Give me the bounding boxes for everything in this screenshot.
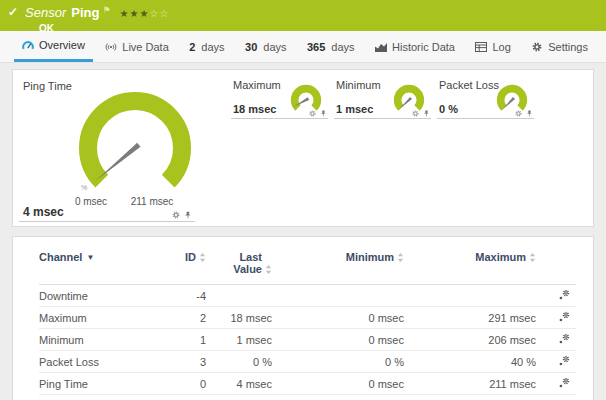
table-row-downtime: Downtime -4 <box>39 285 576 307</box>
percent-toggle-icon[interactable]: % <box>81 184 87 191</box>
tab-30-days[interactable]: 30 days <box>237 31 295 62</box>
sort-icon[interactable] <box>529 253 536 262</box>
gauge-settings-gear-icon[interactable] <box>172 211 180 219</box>
channel-last-value: 4 msec <box>206 373 272 395</box>
tab-label: Live Data <box>122 41 168 53</box>
channel-name[interactable]: Packet Loss <box>39 351 161 373</box>
header-label: Maximum <box>475 251 526 263</box>
tab-label: Historic Data <box>392 41 455 53</box>
stars-empty-icon[interactable]: ☆☆ <box>149 8 169 19</box>
channel-settings-icon[interactable] <box>559 311 570 322</box>
channel-name[interactable]: Ping Time <box>39 373 161 395</box>
tab-number: 30 <box>245 41 257 53</box>
ping-time-gauge <box>75 86 195 201</box>
tab-bar: Overview Live Data 2 days 30 days 365 da… <box>0 31 606 63</box>
log-list-icon <box>475 42 487 52</box>
header-label: Channel <box>39 251 82 263</box>
tab-label: Log <box>492 41 510 53</box>
channel-last-value: 0 % <box>206 351 272 373</box>
minimum-gauge-cell: Minimum 1 msec <box>334 78 431 119</box>
gauge-pin-icon[interactable] <box>423 110 430 117</box>
tab-label: days <box>263 41 286 53</box>
channel-id: 2 <box>161 307 206 329</box>
tab-label: days <box>201 41 224 53</box>
channel-settings-icon[interactable] <box>559 289 570 300</box>
sort-icon[interactable] <box>199 253 206 262</box>
tab-label: Overview <box>39 39 85 51</box>
header-label: ID <box>185 251 196 263</box>
tab-settings[interactable]: Settings <box>523 31 596 62</box>
chart-icon <box>375 42 387 52</box>
channel-maximum: 206 msec <box>404 329 536 351</box>
tab-365-days[interactable]: 365 days <box>299 31 363 62</box>
channel-settings-icon[interactable] <box>559 333 570 344</box>
maximum-gauge-cell: Maximum 18 msec <box>231 78 328 119</box>
channel-name[interactable]: Downtime <box>39 285 161 307</box>
stars-filled-icon[interactable]: ★★★ <box>120 8 150 19</box>
tab-number: 365 <box>307 41 325 53</box>
gauge-settings-gear-icon[interactable] <box>309 110 316 117</box>
channel-minimum: 0 msec <box>272 307 404 329</box>
gauges-panel: Ping Time % 0 msec 211 msec 4 msec Maxim… <box>12 69 594 227</box>
packet-loss-gauge-cell: Packet Loss 0 % <box>437 78 534 119</box>
header-label: Minimum <box>346 251 394 263</box>
tab-historic-data[interactable]: Historic Data <box>367 31 463 62</box>
ping-time-gauge-cell: Ping Time % 0 msec 211 msec 4 msec <box>19 78 195 222</box>
channel-name[interactable]: Maximum <box>39 307 161 329</box>
sensor-name[interactable]: Ping <box>71 5 99 20</box>
channel-minimum: 0 msec <box>272 329 404 351</box>
channel-settings-icon[interactable] <box>559 355 570 366</box>
tab-live-data[interactable]: Live Data <box>97 31 176 62</box>
channel-id: 1 <box>161 329 206 351</box>
channel-maximum <box>404 285 536 307</box>
gauge-min-label: 0 msec <box>61 196 121 207</box>
tab-overview[interactable]: Overview <box>14 31 93 62</box>
channels-table: Channel▼ ID Last Value Minimum Maximum <box>39 249 576 395</box>
sort-icon[interactable] <box>265 265 272 274</box>
table-row-ping-time: Ping Time 0 4 msec 0 msec 211 msec <box>39 373 576 395</box>
gauge-pin-icon[interactable] <box>320 110 327 117</box>
channel-minimum <box>272 285 404 307</box>
overview-content: Ping Time % 0 msec 211 msec 4 msec Maxim… <box>0 63 606 400</box>
table-row-packet-loss: Packet Loss 3 0 % 0 % 40 % <box>39 351 576 373</box>
table-row-maximum: Maximum 2 18 msec 0 msec 291 msec <box>39 307 576 329</box>
tab-log[interactable]: Log <box>467 31 518 62</box>
column-header-minimum[interactable]: Minimum <box>272 249 404 285</box>
gauge-max-label: 211 msec <box>122 196 182 207</box>
tab-2-days[interactable]: 2 days <box>181 31 232 62</box>
tab-number: 2 <box>189 41 195 53</box>
broadcast-icon <box>105 42 117 52</box>
tab-label: days <box>331 41 354 53</box>
channel-last-value <box>206 285 272 307</box>
channel-id: 0 <box>161 373 206 395</box>
column-header-last-value[interactable]: Last Value <box>206 249 272 285</box>
tab-label: Settings <box>548 41 588 53</box>
gauge-icon <box>22 40 34 50</box>
column-header-id[interactable]: ID <box>161 249 206 285</box>
channels-panel: Channel▼ ID Last Value Minimum Maximum <box>12 236 594 400</box>
channel-maximum: 211 msec <box>404 373 536 395</box>
priority-stars[interactable]: ★★★☆☆ <box>120 8 170 19</box>
channel-minimum: 0 % <box>272 351 404 373</box>
sensor-header: ✓ SensorPing⚑★★★☆☆ OK <box>0 0 606 31</box>
gauge-value: 18 msec <box>233 103 276 115</box>
sensor-title-block: SensorPing⚑★★★☆☆ OK <box>25 3 169 31</box>
gauge-settings-gear-icon[interactable] <box>515 110 522 117</box>
sorted-desc-arrow-icon: ▼ <box>86 253 94 262</box>
column-header-channel[interactable]: Channel▼ <box>39 249 161 285</box>
channel-maximum: 40 % <box>404 351 536 373</box>
gear-icon <box>531 42 543 52</box>
channel-settings-icon[interactable] <box>559 377 570 388</box>
sort-icon[interactable] <box>397 253 404 262</box>
priority-flag-icon[interactable]: ⚑ <box>102 5 110 15</box>
gauge-pin-icon[interactable] <box>184 211 192 219</box>
column-header-maximum[interactable]: Maximum <box>404 249 536 285</box>
status-ok-check-icon: ✓ <box>8 5 18 31</box>
sensor-title: SensorPing⚑★★★☆☆ <box>25 3 169 21</box>
table-row-minimum: Minimum 1 1 msec 0 msec 206 msec <box>39 329 576 351</box>
sensor-type-label: Sensor <box>25 5 66 20</box>
gauge-pin-icon[interactable] <box>526 110 533 117</box>
gauge-settings-gear-icon[interactable] <box>412 110 419 117</box>
channel-last-value: 1 msec <box>206 329 272 351</box>
channel-name[interactable]: Minimum <box>39 329 161 351</box>
